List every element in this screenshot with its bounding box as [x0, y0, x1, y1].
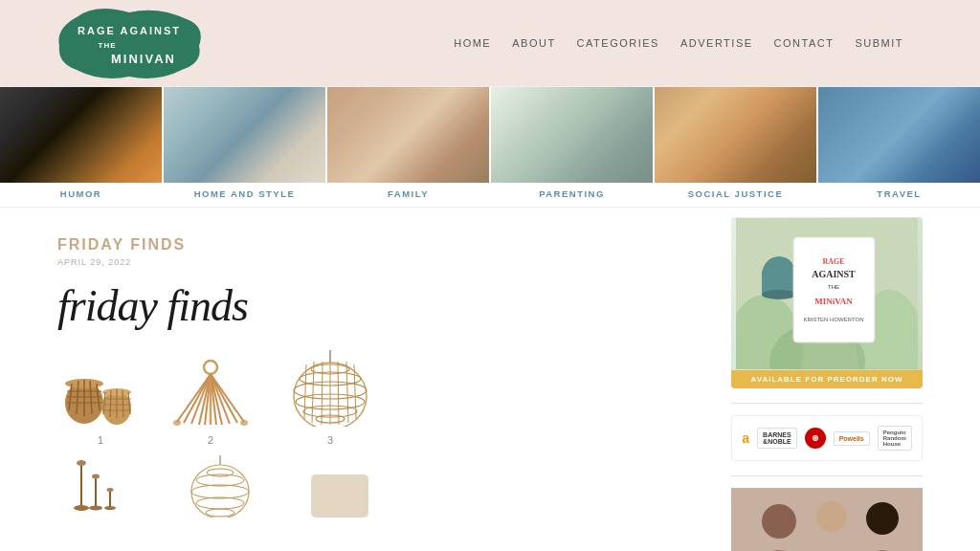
cat-travel-label: TRAVEL: [818, 183, 980, 207]
product-item-4[interactable]: [57, 455, 129, 521]
category-humor[interactable]: HUMOR: [0, 87, 164, 207]
nav-about[interactable]: ABOUT: [512, 37, 555, 49]
sidebar-divider-2: [731, 475, 923, 476]
svg-point-84: [762, 504, 796, 539]
svg-point-59: [104, 506, 116, 510]
header: RAGE AGAINST THE MINIVAN HOME ABOUT CATE…: [0, 0, 980, 86]
nav-home[interactable]: HOME: [454, 37, 491, 49]
svg-rect-69: [316, 479, 364, 513]
category-strip: HUMOR HOME AND STYLE FAMILY PARENTING SO…: [0, 86, 980, 208]
post-title: friday finds: [57, 282, 702, 331]
post-section: FRIDAY FINDS APRIL 29, 2022 friday finds: [57, 217, 702, 521]
buy-links-container: a BARNES&NOBLE ⊕ Powells PenguinRandomHo…: [731, 415, 923, 461]
nav-advertise[interactable]: ADVERTISE: [680, 37, 753, 49]
target-link[interactable]: ⊕: [805, 428, 826, 449]
main-layout: FRIDAY FINDS APRIL 29, 2022 friday finds: [0, 217, 980, 551]
svg-point-67: [206, 509, 234, 517]
svg-point-36: [240, 420, 248, 426]
category-travel[interactable]: TRAVEL: [818, 87, 980, 207]
cat-parenting-photo: [491, 87, 653, 183]
svg-text:MINIVAN: MINIVAN: [111, 52, 176, 66]
products-row2: [57, 455, 702, 521]
nav-submit[interactable]: SUBMIT: [855, 37, 903, 49]
cat-social-photo: [655, 87, 816, 183]
nav-contact[interactable]: CONTACT: [774, 37, 835, 49]
cat-family-photo: [327, 87, 489, 183]
product-item-1[interactable]: 1: [57, 355, 144, 446]
category-family[interactable]: FAMILY: [327, 87, 491, 207]
post-date: APRIL 29, 2022: [57, 257, 702, 267]
svg-text:THE: THE: [828, 284, 839, 290]
sidebar: RAGE AGAINST THE MINiVAN KRISTEN HOWERTO…: [731, 217, 923, 551]
cat-parenting-label: PARENTING: [491, 183, 653, 207]
svg-point-23: [204, 361, 217, 374]
svg-point-85: [816, 501, 847, 532]
author-photo: [731, 488, 923, 551]
prh-link[interactable]: PenguinRandomHouse: [878, 426, 912, 451]
pendant-lamp-icon: [278, 350, 383, 427]
cat-home-label: HOME AND STYLE: [164, 183, 325, 207]
sidebar-book-widget[interactable]: RAGE AGAINST THE MINiVAN KRISTEN HOWERTO…: [731, 217, 923, 388]
svg-text:RAGE: RAGE: [822, 257, 844, 266]
cat-home-photo: [164, 87, 325, 183]
svg-point-60: [107, 488, 114, 492]
basket-pair-icon: [57, 355, 144, 427]
powells-link[interactable]: Powells: [834, 431, 870, 446]
post-category-label: FRIDAY FINDS: [57, 236, 702, 253]
amazon-link[interactable]: a: [742, 430, 749, 446]
svg-point-35: [173, 420, 181, 426]
content-area: FRIDAY FINDS APRIL 29, 2022 friday finds: [57, 217, 702, 551]
nav-categories[interactable]: CATEGORIES: [577, 37, 659, 49]
svg-text:RAGE AGAINST: RAGE AGAINST: [78, 25, 181, 36]
site-logo[interactable]: RAGE AGAINST THE MINIVAN: [48, 8, 211, 79]
category-parenting[interactable]: PARENTING: [491, 87, 655, 207]
book-preorder-badge: AVAILABLE FOR PREORDER NOW: [731, 370, 923, 388]
book-cover-svg: RAGE AGAINST THE MINiVAN KRISTEN HOWERTO…: [736, 218, 918, 369]
cat-family-label: FAMILY: [327, 183, 489, 207]
product-item-3[interactable]: 3: [278, 350, 383, 446]
main-nav: HOME ABOUT CATEGORIES ADVERTISE CONTACT …: [454, 37, 903, 49]
products-row1: 1: [57, 350, 702, 446]
cat-social-label: SOCIAL JUSTICE: [655, 183, 816, 207]
bn-link[interactable]: BARNES&NOBLE: [757, 428, 797, 449]
svg-point-76: [762, 290, 796, 299]
item-1-number: 1: [57, 434, 144, 446]
svg-point-62: [191, 465, 249, 518]
tassel-fan-icon: [163, 350, 258, 427]
cat-humor-label: HUMOR: [0, 183, 162, 207]
svg-point-56: [89, 505, 102, 510]
cat-humor-photo: [0, 87, 162, 183]
item-3-number: 3: [278, 434, 383, 446]
svg-text:KRISTEN HOWERTON: KRISTEN HOWERTON: [803, 317, 863, 322]
svg-point-54: [77, 460, 86, 466]
product-item-2[interactable]: 2: [163, 350, 258, 446]
small-lamp-icon: [177, 455, 263, 518]
decorative-item-icon: [301, 455, 378, 518]
svg-point-65: [191, 485, 249, 498]
svg-text:MINiVAN: MINiVAN: [814, 297, 853, 306]
product-item-5[interactable]: [177, 455, 263, 521]
item-2-number: 2: [163, 434, 258, 446]
svg-point-66: [196, 497, 244, 509]
sidebar-divider-1: [731, 403, 923, 404]
svg-rect-77: [793, 237, 875, 342]
category-home-style[interactable]: HOME AND STYLE: [164, 87, 327, 207]
product-item-6[interactable]: [301, 455, 378, 521]
svg-text:THE: THE: [99, 41, 117, 50]
cat-travel-photo: [818, 87, 980, 183]
svg-point-57: [92, 474, 100, 478]
svg-text:AGAINST: AGAINST: [812, 269, 856, 279]
svg-point-86: [866, 502, 899, 535]
logo-area: RAGE AGAINST THE MINIVAN: [48, 8, 211, 79]
book-cover-image: RAGE AGAINST THE MINiVAN KRISTEN HOWERTO…: [731, 217, 923, 370]
category-social-justice[interactable]: SOCIAL JUSTICE: [655, 87, 818, 207]
svg-point-53: [74, 505, 89, 511]
candle-holders-icon: [57, 455, 129, 518]
